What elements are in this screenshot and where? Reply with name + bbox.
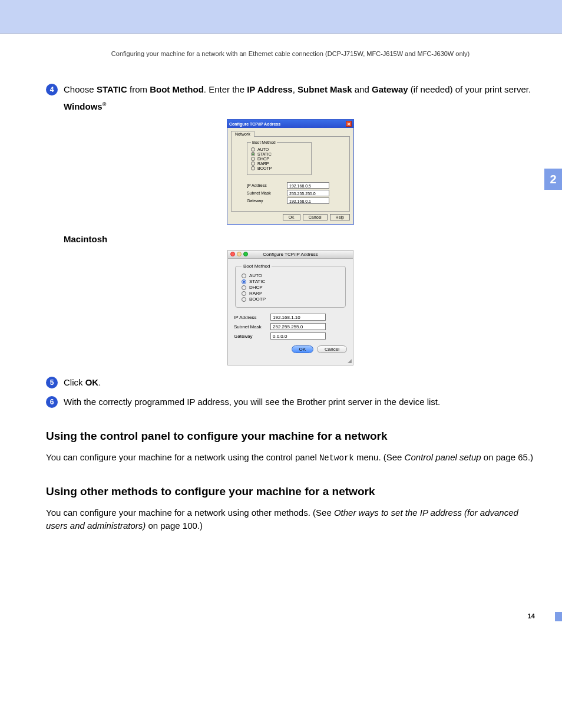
mono-text: Network <box>319 453 354 463</box>
gateway-input[interactable]: 0.0.0.0 <box>270 332 326 340</box>
ip-address-input[interactable]: 192.168.0.5 <box>287 182 329 189</box>
cancel-button[interactable]: Cancel <box>303 214 328 220</box>
text: menu. (See <box>354 452 405 462</box>
gateway-label: Gateway <box>234 334 266 339</box>
text: You can configure your machine for a net… <box>46 508 334 518</box>
ip-label: IP Address <box>234 315 266 320</box>
radio-dhcp[interactable]: DHCP <box>242 285 339 290</box>
gateway-label: Gateway <box>247 199 282 203</box>
step-4: 4 Choose STATIC from Boot Method. Enter … <box>46 83 535 113</box>
radio-icon <box>251 166 255 170</box>
text: You can configure your machine for a net… <box>46 452 319 462</box>
step-6: 6 With the correctly programmed IP addre… <box>46 396 535 409</box>
help-button[interactable]: Help <box>330 214 350 220</box>
radio-bootp[interactable]: BOOTP <box>251 166 308 170</box>
text: on page 100.) <box>146 521 203 531</box>
windows-dialog-figure: Configure TCP/IP Address × Network Boot … <box>46 119 535 225</box>
subnet-mask-input[interactable]: 252.255.255.0 <box>270 323 326 330</box>
section-heading-other-methods: Using other methods to configure your ma… <box>46 485 535 498</box>
step-5: 5 Click OK. <box>46 376 535 390</box>
step-4-body: Choose STATIC from Boot Method. Enter th… <box>64 83 535 113</box>
radio-rarp[interactable]: RARP <box>242 291 339 296</box>
ip-label: IIP AddressP Address <box>247 183 282 187</box>
minimize-icon[interactable] <box>237 252 242 256</box>
text: , <box>293 84 297 94</box>
windows-dialog: Configure TCP/IP Address × Network Boot … <box>227 119 354 225</box>
bold: Gateway <box>372 84 408 94</box>
mac-titlebar: Configure TCP/IP Address <box>228 251 353 259</box>
bold: Boot Method <box>150 84 204 94</box>
radio-icon <box>242 297 246 302</box>
text: on page 65.) <box>481 452 533 462</box>
tab-network[interactable]: Network <box>231 131 254 137</box>
os-label-macintosh: Macintosh <box>64 234 535 244</box>
radio-auto[interactable]: AUTO <box>242 273 339 278</box>
windows-title: Configure TCP/IP Address <box>229 122 280 126</box>
ok-button[interactable]: OK <box>283 214 300 220</box>
resize-handle-icon[interactable]: ◢ <box>228 358 353 365</box>
bold: STATIC <box>97 84 127 94</box>
radio-icon <box>242 285 246 290</box>
page-number-accent <box>555 612 562 621</box>
step-6-body: With the correctly programmed IP address… <box>64 396 535 409</box>
bold: OK <box>85 377 99 387</box>
section-heading-control-panel: Using the control panel to configure you… <box>46 430 535 443</box>
ip-address-input[interactable]: 192.168.1.10 <box>270 314 326 321</box>
subnet-mask-row: Subnet Mask 252.255.255.0 <box>234 323 347 330</box>
radio-rarp[interactable]: RARP <box>251 162 308 166</box>
top-banner <box>0 0 562 34</box>
gateway-row: Gateway 192.168.0.1 <box>247 197 343 204</box>
boot-method-fieldset: Boot Method AUTO STATIC DHCP RARP BOOTP <box>247 140 312 175</box>
step-badge-4: 4 <box>46 84 58 95</box>
radio-auto[interactable]: AUTO <box>251 147 308 151</box>
text: Choose <box>64 84 97 94</box>
zoom-icon[interactable] <box>243 252 248 256</box>
radio-static[interactable]: STATIC <box>242 279 339 284</box>
mac-title-text: Configure TCP/IP Address <box>263 252 318 257</box>
mac-dialog-figure: Configure TCP/IP Address Boot Method AUT… <box>46 250 535 365</box>
section2-paragraph: You can configure your machine for a net… <box>46 506 535 532</box>
section1-paragraph: You can configure your machine for a net… <box>46 451 535 464</box>
text: from <box>127 84 150 94</box>
cancel-button[interactable]: Cancel <box>317 345 347 353</box>
radio-icon <box>251 147 255 151</box>
gateway-row: Gateway 0.0.0.0 <box>234 332 347 340</box>
close-icon[interactable] <box>230 252 235 256</box>
text: . Enter the <box>204 84 247 94</box>
radio-icon <box>242 291 246 296</box>
subnet-mask-input[interactable]: 255.255.255.0 <box>287 190 329 196</box>
ip-address-row: IP Address 192.168.1.10 <box>234 314 347 321</box>
os-label-windows: Windows® <box>64 100 535 114</box>
step-5-body: Click OK. <box>64 376 535 390</box>
boot-method-fieldset: Boot Method AUTO STATIC DHCP RARP BOOTP <box>235 263 346 308</box>
fieldset-legend: Boot Method <box>251 140 277 144</box>
traffic-lights <box>230 252 248 256</box>
windows-titlebar: Configure TCP/IP Address × <box>227 120 353 128</box>
bold: Subnet Mask <box>297 84 352 94</box>
mask-label: Subnet Mask <box>247 191 282 195</box>
close-icon[interactable]: × <box>346 121 352 127</box>
radio-icon <box>242 279 246 284</box>
step-badge-6: 6 <box>46 396 58 408</box>
text: . <box>98 377 101 387</box>
text: and <box>352 84 372 94</box>
page-number: 14 <box>528 612 535 620</box>
mac-button-row: OK Cancel <box>234 342 347 353</box>
text: (if needed) of your print server. <box>408 84 531 94</box>
mac-dialog: Configure TCP/IP Address Boot Method AUT… <box>227 250 353 365</box>
mask-label: Subnet Mask <box>234 324 266 330</box>
registered-icon: ® <box>103 101 107 107</box>
gateway-input[interactable]: 192.168.0.1 <box>287 197 329 204</box>
subnet-mask-row: Subnet Mask 255.255.255.0 <box>247 190 343 196</box>
radio-icon <box>251 152 255 156</box>
bold: IP Address <box>247 84 293 94</box>
ok-button[interactable]: OK <box>292 345 314 353</box>
fieldset-legend: Boot Method <box>242 263 272 269</box>
page-content: 2 Configuring your machine for a network… <box>0 34 562 631</box>
radio-icon <box>251 162 255 166</box>
radio-static[interactable]: STATIC <box>251 152 308 156</box>
chapter-tab: 2 <box>544 169 562 190</box>
windows-button-row: OK Cancel Help <box>231 212 350 220</box>
radio-dhcp[interactable]: DHCP <box>251 157 308 161</box>
radio-bootp[interactable]: BOOTP <box>242 297 339 302</box>
